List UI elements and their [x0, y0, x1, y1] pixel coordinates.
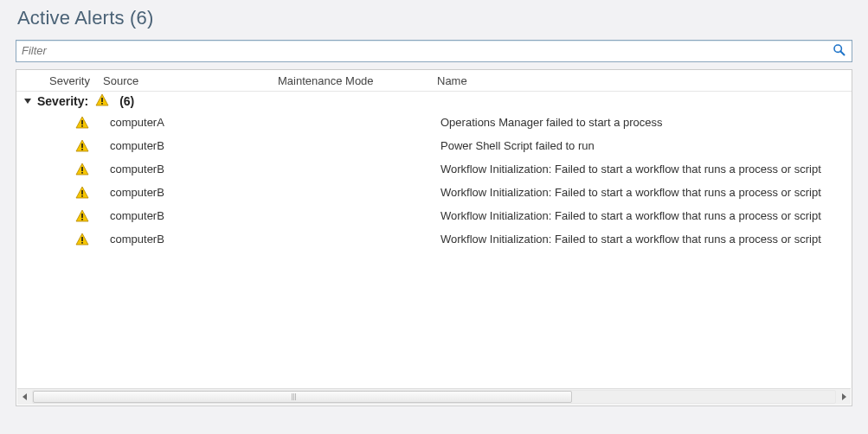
table-row[interactable]: computerBWorkflow Initialization: Failed… — [16, 181, 852, 204]
filter-input[interactable] — [16, 41, 852, 60]
cell-name: Power Shell Script failed to run — [440, 139, 852, 152]
svg-rect-13 — [81, 167, 83, 171]
svg-rect-17 — [81, 195, 83, 197]
scroll-track[interactable] — [32, 390, 836, 404]
svg-rect-16 — [81, 190, 83, 195]
grid-header: Severity Source Maintenance Mode Name — [16, 70, 852, 92]
warning-icon — [65, 163, 100, 176]
cell-source: computerA — [100, 116, 283, 129]
table-row[interactable]: computerBPower Shell Script failed to ru… — [16, 134, 852, 157]
group-label: Severity: — [37, 94, 88, 108]
cell-name: Operations Manager failed to start a pro… — [440, 116, 852, 129]
svg-rect-19 — [81, 214, 83, 218]
warning-icon — [65, 186, 100, 200]
horizontal-scrollbar[interactable] — [17, 388, 851, 405]
warning-icon — [65, 116, 100, 130]
table-row[interactable]: computerAOperations Manager failed to st… — [16, 111, 852, 134]
svg-rect-5 — [101, 103, 103, 105]
cell-name: Workflow Initialization: Failed to start… — [440, 209, 852, 222]
svg-rect-11 — [81, 149, 83, 150]
warning-icon — [95, 93, 109, 110]
page-title: Active Alerts (6) — [16, 0, 852, 40]
svg-rect-22 — [81, 237, 83, 241]
svg-line-1 — [840, 51, 844, 54]
cell-source: computerB — [100, 163, 283, 176]
svg-marker-24 — [23, 393, 27, 400]
cell-name: Workflow Initialization: Failed to start… — [440, 233, 852, 246]
column-header-name[interactable]: Name — [435, 74, 852, 87]
svg-marker-25 — [842, 393, 846, 400]
svg-rect-10 — [81, 144, 83, 148]
cell-source: computerB — [100, 139, 283, 152]
group-count: (6) — [119, 94, 134, 108]
svg-rect-14 — [81, 172, 83, 174]
column-header-maintenance-mode[interactable]: Maintenance Mode — [276, 74, 435, 87]
alerts-grid: Severity Source Maintenance Mode Name Se… — [16, 69, 852, 406]
table-row[interactable]: computerBWorkflow Initialization: Failed… — [16, 157, 852, 181]
warning-icon — [65, 209, 100, 223]
scroll-thumb[interactable] — [33, 391, 572, 403]
warning-icon — [65, 139, 100, 153]
svg-rect-4 — [101, 98, 103, 102]
collapse-icon[interactable] — [23, 94, 32, 108]
svg-rect-23 — [81, 242, 83, 244]
group-row-severity[interactable]: Severity: (6) — [16, 92, 852, 111]
warning-icon — [65, 233, 100, 246]
table-row[interactable]: computerBWorkflow Initialization: Failed… — [16, 227, 852, 251]
svg-rect-8 — [81, 125, 83, 127]
cell-source: computerB — [100, 233, 283, 246]
active-alerts-panel: Active Alerts (6) Severity Source Mainte… — [0, 0, 868, 434]
search-icon[interactable] — [833, 43, 846, 60]
cell-source: computerB — [100, 186, 283, 199]
svg-marker-2 — [24, 99, 31, 104]
column-header-source[interactable]: Source — [101, 74, 276, 87]
scroll-right-button[interactable] — [836, 390, 851, 404]
cell-name: Workflow Initialization: Failed to start… — [440, 163, 852, 176]
cell-name: Workflow Initialization: Failed to start… — [440, 186, 852, 199]
filter-box[interactable] — [16, 40, 852, 62]
cell-source: computerB — [100, 209, 283, 222]
svg-rect-7 — [81, 120, 83, 124]
scroll-left-button[interactable] — [17, 390, 32, 404]
svg-rect-20 — [81, 219, 83, 220]
grid-body: computerAOperations Manager failed to st… — [16, 111, 852, 251]
table-row[interactable]: computerBWorkflow Initialization: Failed… — [16, 204, 852, 227]
column-header-severity[interactable]: Severity — [48, 74, 101, 87]
